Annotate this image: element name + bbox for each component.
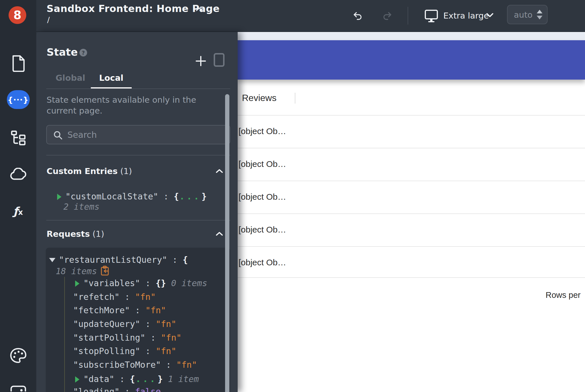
custom-entries-header: Custom Entries (1) <box>47 166 132 176</box>
json-row-refetch[interactable]: "refetch" : "fn" <box>73 292 156 302</box>
panel-dock-icon[interactable] <box>214 53 225 67</box>
panel-title: State <box>47 46 78 58</box>
table-row[interactable]: [object Ob… <box>239 192 286 202</box>
collapse-arrow-icon[interactable] <box>49 258 55 262</box>
expand-arrow-icon[interactable] <box>57 194 61 200</box>
toolbar-divider <box>408 7 408 25</box>
collapse-caret-icon[interactable] <box>196 7 203 11</box>
fx-icon: ƒx <box>13 205 23 217</box>
device-size-select[interactable]: Extra large <box>443 11 489 21</box>
state-tabs: Global Local <box>50 71 132 88</box>
panel-description: State elements available only in the cur… <box>47 94 218 116</box>
hero-banner <box>238 40 585 80</box>
tab-global[interactable]: Global <box>50 71 91 88</box>
root-item-count: 18 items <box>56 266 110 276</box>
backend-cloud-nav-item[interactable] <box>0 168 36 181</box>
zoom-value: auto <box>514 10 532 20</box>
cloud-icon <box>9 168 27 181</box>
collapse-chevron-icon[interactable] <box>216 168 223 173</box>
json-row-startpolling[interactable]: "startPolling" : "fn" <box>73 333 181 343</box>
requests-header: Requests (1) <box>47 229 104 239</box>
row-divider <box>238 181 585 181</box>
rows-per-page-label: Rows per <box>546 290 581 300</box>
tree-indent-guide <box>64 277 65 392</box>
column-divider <box>295 93 295 104</box>
page-title[interactable]: Sandbox Frontend: Home Page <box>47 3 220 14</box>
divider <box>46 220 230 221</box>
theme-nav-item[interactable] <box>0 347 36 363</box>
top-bar: Sandbox Frontend: Home Page / Extra larg… <box>36 0 585 32</box>
panel-scrollbar[interactable] <box>225 94 229 392</box>
palette-icon <box>10 347 27 363</box>
zoom-decrease-arrow-icon[interactable] <box>537 16 542 19</box>
app-logo[interactable]: 8 <box>9 6 26 24</box>
preview-canvas: Reviews [object Ob… [object Ob… [object … <box>238 32 585 392</box>
device-monitor-icon[interactable] <box>424 9 439 23</box>
state-panel: State ? Global Local State elements avai… <box>36 32 238 392</box>
chevron-down-icon[interactable] <box>486 13 494 18</box>
json-row-loading[interactable]: "loading" : false <box>73 387 161 392</box>
json-row-variables[interactable]: "variables" : {} 0 items <box>75 278 207 288</box>
app-builder-window: Sandbox Frontend: Home Page / Extra larg… <box>0 0 585 392</box>
state-braces-icon: {···} <box>7 90 30 109</box>
search-icon <box>53 130 63 140</box>
json-row-data[interactable]: "data" : {...} 1 item <box>75 374 199 384</box>
table-row[interactable]: [object Ob… <box>239 159 286 169</box>
custom-state-entry[interactable]: "customLocalState" : {...} <box>57 191 207 202</box>
redo-button[interactable] <box>382 11 393 21</box>
tree-icon <box>9 130 27 146</box>
row-divider <box>238 115 585 116</box>
entry-item-count: 2 items <box>63 202 99 212</box>
table-header-reviews[interactable]: Reviews <box>242 93 277 103</box>
window-dot-icon <box>9 385 28 392</box>
json-row-fetchmore[interactable]: "fetchMore" : "fn" <box>73 305 166 316</box>
row-divider <box>238 148 585 148</box>
pages-nav-item[interactable] <box>0 54 36 72</box>
state-nav-item-active[interactable]: {···} <box>0 90 36 109</box>
divider <box>46 155 230 155</box>
copy-to-clipboard-icon[interactable] <box>101 266 110 276</box>
divider <box>46 88 230 89</box>
component-tree-nav-item[interactable] <box>0 130 36 146</box>
search-placeholder: Search <box>67 130 97 140</box>
help-icon[interactable]: ? <box>79 49 87 56</box>
json-root-row[interactable]: "restaurantListQuery" : { <box>49 255 188 265</box>
page-icon <box>10 54 26 72</box>
row-divider <box>238 246 585 247</box>
zoom-stepper[interactable]: auto <box>507 5 548 24</box>
add-state-button[interactable] <box>195 55 207 67</box>
json-row-stoppolling[interactable]: "stopPolling" : "fn" <box>73 346 176 356</box>
table-row[interactable]: [object Ob… <box>239 225 286 235</box>
json-row-updatequery[interactable]: "updateQuery" : "fn" <box>73 319 176 329</box>
table-row[interactable]: [object Ob… <box>239 126 286 136</box>
assets-nav-item[interactable] <box>0 385 36 392</box>
expand-arrow-icon[interactable] <box>75 280 79 287</box>
collapse-chevron-icon[interactable] <box>216 231 223 236</box>
row-divider <box>238 213 585 214</box>
table-row[interactable]: [object Ob… <box>239 257 286 268</box>
search-input[interactable]: Search <box>46 125 230 144</box>
route-path: / <box>47 15 50 24</box>
expand-arrow-icon[interactable] <box>75 376 79 383</box>
zoom-increase-arrow-icon[interactable] <box>537 10 542 13</box>
tab-local[interactable]: Local <box>91 71 132 88</box>
left-nav-rail: 8 {···} ƒx <box>0 0 36 392</box>
canvas-top-strip <box>238 32 585 40</box>
undo-button[interactable] <box>352 11 363 21</box>
functions-nav-item[interactable]: ƒx <box>0 205 36 217</box>
json-row-subscribetomore[interactable]: "subscribeToMore" : "fn" <box>73 360 197 370</box>
row-divider <box>238 277 585 278</box>
